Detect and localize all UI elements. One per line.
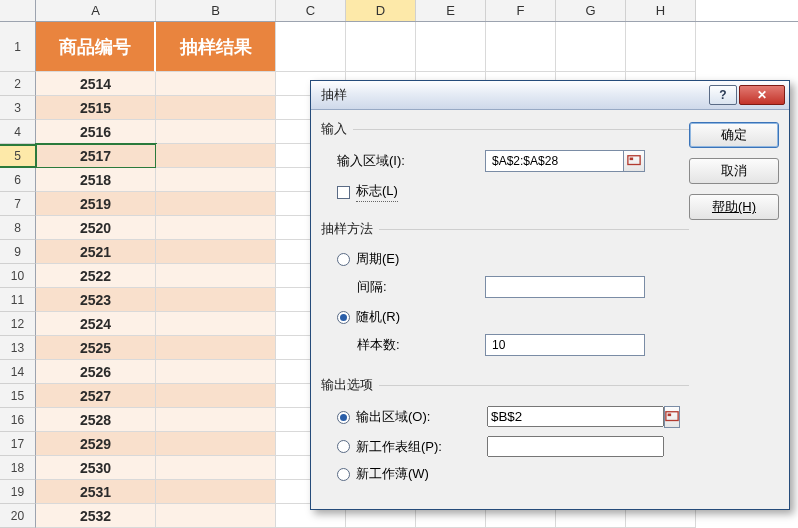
column-header-E[interactable]: E bbox=[416, 0, 486, 21]
column-header-G[interactable]: G bbox=[556, 0, 626, 21]
cell[interactable] bbox=[156, 384, 276, 408]
radio-random[interactable]: 随机(R) bbox=[337, 308, 487, 326]
row-header[interactable]: 11 bbox=[0, 288, 36, 312]
column-header-H[interactable]: H bbox=[626, 0, 696, 21]
ok-button[interactable]: 确定 bbox=[689, 122, 779, 148]
cell[interactable] bbox=[156, 168, 276, 192]
row-header[interactable]: 6 bbox=[0, 168, 36, 192]
row-header[interactable]: 9 bbox=[0, 240, 36, 264]
help-button[interactable]: 帮助(H) bbox=[689, 194, 779, 220]
input-range-field[interactable] bbox=[490, 151, 619, 171]
column-header-A[interactable]: A bbox=[36, 0, 156, 21]
radio-output-range[interactable]: 输出区域(O): bbox=[337, 408, 487, 426]
cell-product-id[interactable]: 2516 bbox=[36, 120, 156, 144]
cell-product-id[interactable]: 2521 bbox=[36, 240, 156, 264]
cell-product-id[interactable]: 2524 bbox=[36, 312, 156, 336]
cell-product-id[interactable]: 2531 bbox=[36, 480, 156, 504]
column-header-D[interactable]: D bbox=[346, 0, 416, 21]
output-range-field[interactable] bbox=[487, 406, 664, 427]
help-icon[interactable]: ? bbox=[709, 85, 737, 105]
cell[interactable] bbox=[156, 408, 276, 432]
cell[interactable] bbox=[156, 216, 276, 240]
row-header[interactable]: 17 bbox=[0, 432, 36, 456]
radio-icon bbox=[337, 311, 350, 324]
row-header[interactable]: 18 bbox=[0, 456, 36, 480]
dialog-titlebar[interactable]: 抽样 ? ✕ bbox=[311, 81, 789, 110]
radio-icon bbox=[337, 253, 350, 266]
cell[interactable] bbox=[156, 96, 276, 120]
row-header[interactable]: 15 bbox=[0, 384, 36, 408]
labels-checkbox[interactable]: 标志(L) bbox=[337, 182, 487, 202]
row-header[interactable]: 16 bbox=[0, 408, 36, 432]
cell[interactable] bbox=[156, 336, 276, 360]
radio-icon bbox=[337, 440, 350, 453]
cell-product-id[interactable]: 2514 bbox=[36, 72, 156, 96]
row-header[interactable]: 14 bbox=[0, 360, 36, 384]
row-header[interactable]: 5 bbox=[0, 144, 36, 168]
cell-product-id[interactable]: 2518 bbox=[36, 168, 156, 192]
cell-product-id[interactable]: 2520 bbox=[36, 216, 156, 240]
cell[interactable] bbox=[156, 144, 276, 168]
cell-product-id[interactable]: 2522 bbox=[36, 264, 156, 288]
range-picker-icon[interactable] bbox=[623, 150, 645, 172]
cell-product-id[interactable]: 2526 bbox=[36, 360, 156, 384]
cell[interactable] bbox=[486, 22, 556, 72]
cell[interactable] bbox=[156, 312, 276, 336]
cell-product-id[interactable]: 2527 bbox=[36, 384, 156, 408]
cell[interactable] bbox=[156, 72, 276, 96]
cell[interactable] bbox=[156, 432, 276, 456]
cell-product-id[interactable]: 2532 bbox=[36, 504, 156, 528]
radio-new-workbook[interactable]: 新工作薄(W) bbox=[337, 465, 487, 483]
cell[interactable] bbox=[416, 22, 486, 72]
row-header[interactable]: 10 bbox=[0, 264, 36, 288]
cell[interactable] bbox=[346, 22, 416, 72]
column-header-C[interactable]: C bbox=[276, 0, 346, 21]
select-all-corner[interactable] bbox=[0, 0, 36, 21]
range-picker-icon[interactable] bbox=[664, 406, 680, 428]
row-header[interactable]: 20 bbox=[0, 504, 36, 528]
sample-count-label: 样本数: bbox=[337, 336, 477, 354]
cell-product-id[interactable]: 2530 bbox=[36, 456, 156, 480]
row-header[interactable]: 4 bbox=[0, 120, 36, 144]
row-header[interactable]: 3 bbox=[0, 96, 36, 120]
cell-product-id[interactable]: 2517 bbox=[36, 144, 156, 168]
cell[interactable] bbox=[156, 480, 276, 504]
cell-product-id[interactable]: 2529 bbox=[36, 432, 156, 456]
row-header[interactable]: 12 bbox=[0, 312, 36, 336]
cell[interactable] bbox=[156, 456, 276, 480]
cell[interactable] bbox=[156, 504, 276, 528]
row-header[interactable]: 7 bbox=[0, 192, 36, 216]
sample-count-field[interactable] bbox=[490, 335, 640, 355]
column-header-F[interactable]: F bbox=[486, 0, 556, 21]
cell[interactable] bbox=[626, 22, 696, 72]
new-worksheet-field[interactable] bbox=[487, 436, 664, 457]
row-header[interactable]: 2 bbox=[0, 72, 36, 96]
cell-product-id[interactable]: 2523 bbox=[36, 288, 156, 312]
header-cell-sample-result[interactable]: 抽样结果 bbox=[156, 22, 276, 72]
cell[interactable] bbox=[556, 22, 626, 72]
radio-period[interactable]: 周期(E) bbox=[337, 250, 487, 268]
column-header-B[interactable]: B bbox=[156, 0, 276, 21]
interval-field[interactable] bbox=[490, 277, 640, 297]
cell[interactable] bbox=[156, 240, 276, 264]
cancel-button[interactable]: 取消 bbox=[689, 158, 779, 184]
cell[interactable] bbox=[276, 22, 346, 72]
row-header[interactable]: 8 bbox=[0, 216, 36, 240]
header-cell-product-id[interactable]: 商品编号 bbox=[36, 22, 156, 72]
row-header[interactable]: 19 bbox=[0, 480, 36, 504]
labels-checkbox-label: 标志(L) bbox=[356, 182, 398, 202]
cell-product-id[interactable]: 2515 bbox=[36, 96, 156, 120]
cell[interactable] bbox=[156, 288, 276, 312]
close-icon[interactable]: ✕ bbox=[739, 85, 785, 105]
row-header[interactable]: 1 bbox=[0, 22, 36, 72]
radio-new-worksheet-label: 新工作表组(P): bbox=[356, 438, 442, 456]
cell[interactable] bbox=[156, 264, 276, 288]
cell[interactable] bbox=[156, 360, 276, 384]
cell[interactable] bbox=[156, 120, 276, 144]
cell-product-id[interactable]: 2525 bbox=[36, 336, 156, 360]
row-header[interactable]: 13 bbox=[0, 336, 36, 360]
cell-product-id[interactable]: 2519 bbox=[36, 192, 156, 216]
radio-new-worksheet[interactable]: 新工作表组(P): bbox=[337, 438, 487, 456]
cell-product-id[interactable]: 2528 bbox=[36, 408, 156, 432]
cell[interactable] bbox=[156, 192, 276, 216]
